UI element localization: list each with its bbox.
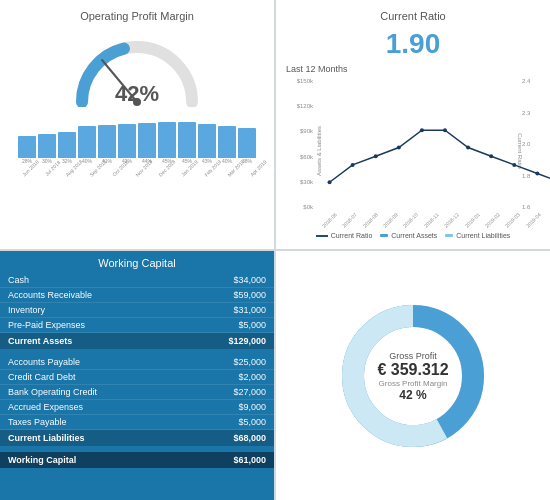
legend-assets: Current Assets	[380, 232, 437, 239]
liabilities-total-row: Current Liabilities$68,000	[0, 430, 274, 447]
opm-bar	[58, 132, 76, 158]
panel-working-capital: Working Capital Cash$34,000Accounts Rece…	[0, 251, 274, 500]
svg-point-4	[374, 154, 378, 158]
opm-bar	[118, 124, 136, 158]
row-value: $34,000	[181, 273, 274, 288]
cr-legend: Current Ratio Current Assets Current Lia…	[286, 232, 540, 239]
row-label: Inventory	[0, 303, 181, 318]
svg-point-3	[351, 163, 355, 167]
row-value: $5,000	[181, 415, 274, 430]
svg-point-8	[466, 146, 470, 150]
legend-cr-label: Current Ratio	[331, 232, 373, 239]
opm-bar-label: May 2019	[272, 158, 274, 178]
svg-point-9	[489, 154, 493, 158]
legend-assets-dot	[380, 234, 388, 237]
svg-point-11	[535, 172, 539, 176]
svg-point-6	[420, 128, 424, 132]
gauge-chart: 42%	[72, 32, 202, 107]
opm-bar-chart	[10, 113, 264, 158]
table-row: Cash$34,000	[0, 273, 274, 288]
row-value: $5,000	[181, 318, 274, 333]
table-row: Bank Operating Credit$27,000	[0, 385, 274, 400]
row-label: Accrued Expenses	[0, 400, 181, 415]
opm-bar	[218, 126, 236, 158]
row-value: $9,000	[181, 400, 274, 415]
cr-value: 1.90	[286, 28, 540, 60]
panel-gross-profit: Gross Profit € 359.312 Gross Profit Marg…	[276, 251, 550, 500]
opm-bar-values: 28%30%32%40%41%42%44%45%45%43%40%38%	[10, 158, 264, 164]
wc-total-label: Working Capital	[0, 452, 181, 468]
opm-bar	[138, 123, 156, 158]
row-label: Cash	[0, 273, 181, 288]
donut-chart: Gross Profit € 359.312 Gross Profit Marg…	[333, 296, 493, 456]
assets-total-row: Current Assets$129,000	[0, 333, 274, 350]
row-value: $2,000	[181, 370, 274, 385]
panel-current-ratio: Current Ratio 1.90 Last 12 Months Assets…	[276, 0, 550, 249]
svg-point-10	[512, 163, 516, 167]
wc-total-row: Working Capital$61,000	[0, 452, 274, 468]
cr-subtitle: Last 12 Months	[286, 64, 540, 74]
panel-operating-profit-margin: Operating Profit Margin 42% 28%30%32%40%…	[0, 0, 274, 249]
opm-bar	[98, 125, 116, 158]
row-value: $59,000	[181, 288, 274, 303]
table-row: Inventory$31,000	[0, 303, 274, 318]
svg-point-7	[443, 128, 447, 132]
opm-bar	[38, 134, 56, 158]
table-row: Accounts Payable$25,000	[0, 355, 274, 370]
opm-bar	[238, 128, 256, 158]
cr-title: Current Ratio	[286, 10, 540, 22]
wc-title: Working Capital	[0, 251, 274, 273]
legend-liabilities: Current Liabilities	[445, 232, 510, 239]
svg-point-5	[397, 146, 401, 150]
legend-assets-label: Current Assets	[391, 232, 437, 239]
legend-liabilities-label: Current Liabilities	[456, 232, 510, 239]
row-value: $31,000	[181, 303, 274, 318]
opm-bar	[78, 126, 96, 158]
liabilities-total-label: Current Liabilities	[0, 430, 181, 447]
row-value: $27,000	[181, 385, 274, 400]
row-label: Taxes Payable	[0, 415, 181, 430]
gauge-value: 42%	[72, 81, 202, 107]
dashboard: Operating Profit Margin 42% 28%30%32%40%…	[0, 0, 550, 500]
row-value: $25,000	[181, 355, 274, 370]
svg-point-2	[328, 180, 332, 184]
combo-chart: Assets & Liabilities Current Ratio $150k…	[286, 78, 540, 224]
gp-margin-value: 42 %	[377, 387, 448, 401]
wc-total-value: $61,000	[181, 452, 274, 468]
gp-label: Gross Profit	[377, 350, 448, 360]
opm-bar	[158, 122, 176, 158]
assets-total-label: Current Assets	[0, 333, 181, 350]
opm-bar	[178, 122, 196, 158]
row-label: Bank Operating Credit	[0, 385, 181, 400]
table-row: Accrued Expenses$9,000	[0, 400, 274, 415]
opm-bar	[198, 124, 216, 158]
gp-margin-label: Gross Profit Margin	[377, 378, 448, 387]
wc-table: Cash$34,000Accounts Receivable$59,000Inv…	[0, 273, 274, 468]
assets-total-value: $129,000	[181, 333, 274, 350]
legend-cr-line	[316, 235, 328, 237]
opm-title: Operating Profit Margin	[80, 10, 194, 22]
legend-cr: Current Ratio	[316, 232, 373, 239]
liabilities-total-value: $68,000	[181, 430, 274, 447]
combo-bars	[286, 78, 540, 217]
row-label: Pre-Paid Expenses	[0, 318, 181, 333]
gp-value: € 359.312	[377, 360, 448, 378]
opm-bar	[18, 136, 36, 158]
donut-center: Gross Profit € 359.312 Gross Profit Marg…	[377, 350, 448, 401]
table-row: Accounts Receivable$59,000	[0, 288, 274, 303]
table-row: Pre-Paid Expenses$5,000	[0, 318, 274, 333]
row-label: Accounts Payable	[0, 355, 181, 370]
legend-liabilities-dot	[445, 234, 453, 237]
table-row: Credit Card Debt$2,000	[0, 370, 274, 385]
table-row: Taxes Payable$5,000	[0, 415, 274, 430]
cr-x-labels: 2018-062018-072018-082018-092018-102018-…	[286, 217, 540, 224]
cr-line-chart	[318, 78, 550, 217]
row-label: Accounts Receivable	[0, 288, 181, 303]
opm-bar-labels: Jun 2018Jul 2018Aug 2018Sep 2018Oct 2018…	[10, 166, 264, 172]
row-label: Credit Card Debt	[0, 370, 181, 385]
